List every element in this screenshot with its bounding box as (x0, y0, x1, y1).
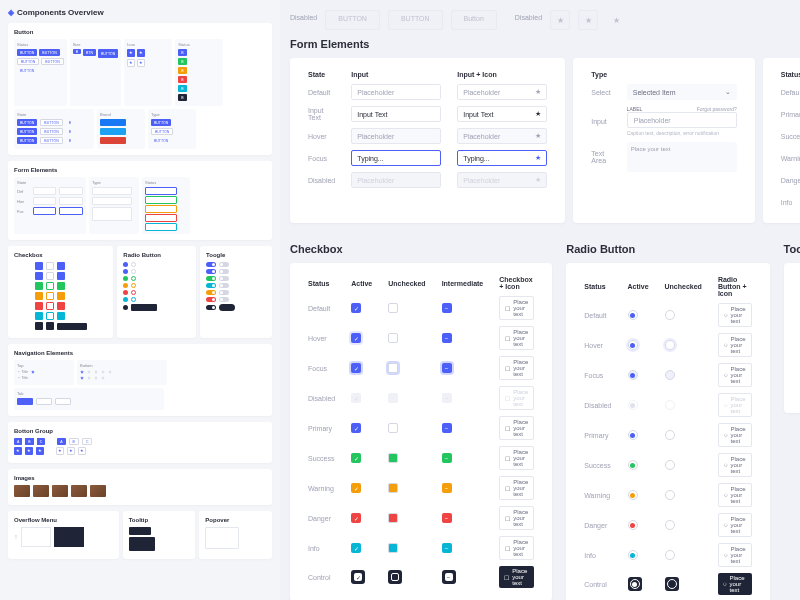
images-mini: Images (8, 469, 272, 505)
radio[interactable] (665, 550, 675, 560)
radio[interactable] (628, 460, 638, 470)
text-input[interactable]: Placeholder (627, 112, 737, 128)
checkbox[interactable]: ✓ (351, 543, 361, 553)
text-input[interactable]: Input Text (351, 106, 441, 122)
checkbox[interactable]: − (442, 363, 452, 373)
radio[interactable] (665, 310, 675, 320)
forgot-link[interactable]: Forgot password? (697, 106, 737, 112)
checkbox-item[interactable]: ☐Place your text (499, 356, 534, 380)
checkbox[interactable]: ✓ (351, 570, 365, 584)
checkbox[interactable]: ✓ (351, 423, 361, 433)
checkbox[interactable] (388, 303, 398, 313)
radio[interactable] (628, 490, 638, 500)
btngrp-mini: Botton Group ABC ABC ★★★ ★★★ (8, 422, 272, 463)
text-input[interactable]: Placeholder (351, 84, 441, 100)
checkbox-item[interactable]: ☐Place your text (499, 506, 534, 530)
overflow-mini: Overflow Menu ⋮ (8, 511, 119, 559)
checkbox-item: ☐Place your text (499, 386, 534, 410)
radio-item[interactable]: ○Place your text (718, 483, 752, 507)
overview-panel: ◈ Components Overview Button Status BUTT… (0, 0, 280, 600)
checkbox[interactable] (388, 570, 402, 584)
star-icon: ★ (550, 10, 570, 30)
checkbox[interactable]: − (442, 543, 452, 553)
checkbox[interactable] (388, 513, 398, 523)
checkbox[interactable]: − (442, 333, 452, 343)
checkbox[interactable]: − (442, 570, 456, 584)
checkbox[interactable]: ✓ (351, 483, 361, 493)
checkbox[interactable]: ✓ (351, 303, 361, 313)
checkbox[interactable]: ✓ (351, 453, 361, 463)
checkbox[interactable]: − (442, 483, 452, 493)
checkbox[interactable]: − (442, 303, 452, 313)
checkbox[interactable]: − (442, 423, 452, 433)
radio-item[interactable]: ○Place your text (718, 423, 752, 447)
checkbox-item[interactable]: ☐Place your text (499, 446, 534, 470)
text-input[interactable]: Placeholder★ (457, 128, 547, 144)
radio[interactable] (665, 520, 675, 530)
checkbox[interactable] (388, 453, 398, 463)
checkbox[interactable] (388, 483, 398, 493)
radio[interactable] (665, 340, 675, 350)
form-section-mini: Form Elements State Def Hov Foc Type Sta… (8, 161, 272, 240)
star-icon: ★ (535, 110, 541, 118)
radio-item[interactable]: ○Place your text (718, 543, 752, 567)
form-status-card: StatusInput DefaultPlaceholder PrimaryTy… (763, 58, 800, 223)
textarea-input[interactable]: Place your text (627, 142, 737, 172)
radio[interactable] (628, 430, 638, 440)
radio-item: ○Place your text (718, 393, 752, 417)
checkbox-item[interactable]: ☐Place your text (499, 536, 534, 560)
radio[interactable] (665, 460, 675, 470)
radio-item[interactable]: ○Place your text (718, 453, 752, 477)
radio-item[interactable]: ○Place your text (718, 363, 752, 387)
disabled-button: BUTTON (325, 10, 380, 30)
star-icon: ★ (535, 132, 541, 140)
checkbox[interactable]: − (442, 453, 452, 463)
radio[interactable] (628, 577, 642, 591)
radio[interactable] (665, 490, 675, 500)
radio[interactable] (628, 520, 638, 530)
radio[interactable] (628, 340, 638, 350)
text-input: Placeholder★ (457, 172, 547, 188)
radio[interactable] (665, 370, 675, 380)
star-icon: ★ (535, 88, 541, 96)
select-input[interactable]: Selected Item⌄ (627, 84, 737, 100)
chevron-down-icon: ⌄ (725, 88, 731, 96)
checkbox: ✓ (351, 393, 361, 403)
radio (665, 400, 675, 410)
radio[interactable] (628, 550, 638, 560)
checkbox[interactable]: − (442, 513, 452, 523)
text-input[interactable]: Typing... (351, 150, 441, 166)
checkbox[interactable] (388, 333, 398, 343)
radio[interactable] (665, 430, 675, 440)
checkbox[interactable]: ✓ (351, 363, 361, 373)
checkbox[interactable]: ✓ (351, 513, 361, 523)
checkbox-item[interactable]: ☐Place your text (499, 476, 534, 500)
radio-item[interactable]: ○Place your text (718, 513, 752, 537)
radio[interactable] (628, 310, 638, 320)
checkbox-item[interactable]: ☐Place your text (499, 296, 534, 320)
checkbox[interactable] (388, 423, 398, 433)
checkbox[interactable] (388, 543, 398, 553)
checkbox-item[interactable]: ☐Place your text (499, 566, 534, 588)
tooltip-mini: Tooltip (123, 511, 196, 559)
radio[interactable] (628, 370, 638, 380)
text-input[interactable]: Input Text★ (457, 106, 547, 122)
toggle-block: Toogle StatusPrimaryHoverFocusDisabledCo… (784, 235, 800, 600)
popover-mini: Popover (199, 511, 272, 559)
checkbox (388, 393, 398, 403)
radio-item[interactable]: ○Place your text (718, 333, 752, 357)
checkbox[interactable]: ✓ (351, 333, 361, 343)
radio-item[interactable]: ○Place your text (718, 303, 752, 327)
text-input[interactable]: Typing...★ (457, 150, 547, 166)
text-input[interactable]: Placeholder (351, 128, 441, 144)
star-icon: ★ (535, 154, 541, 162)
radio[interactable] (665, 577, 679, 591)
checkbox-mini: Checkbox (8, 246, 113, 338)
form-heading: Form Elements (290, 38, 800, 50)
checkbox[interactable] (388, 363, 398, 373)
radio-item[interactable]: ○Place your text (718, 573, 752, 595)
checkbox-item[interactable]: ☐Place your text (499, 326, 534, 350)
disabled-button: BUTTON (388, 10, 443, 30)
text-input[interactable]: Placeholder★ (457, 84, 547, 100)
checkbox-item[interactable]: ☐Place your text (499, 416, 534, 440)
